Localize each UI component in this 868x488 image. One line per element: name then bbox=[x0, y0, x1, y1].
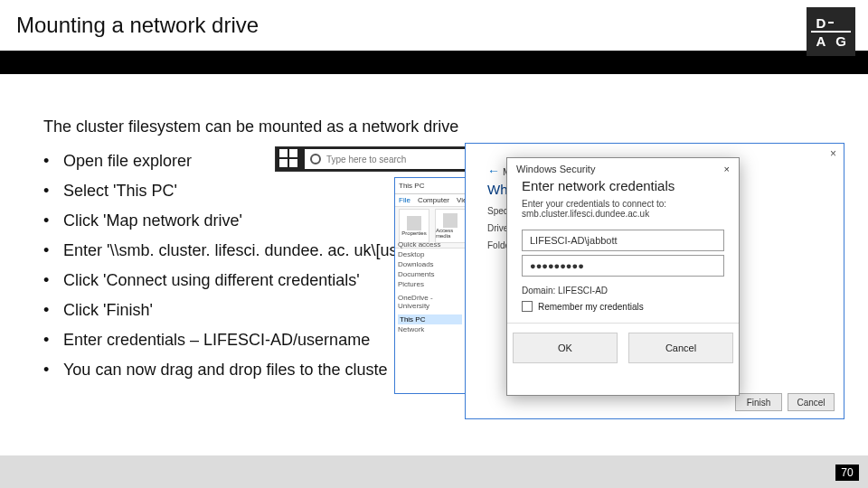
remember-label: Remember my credentials bbox=[538, 302, 644, 312]
finish-button[interactable]: Finish bbox=[735, 393, 782, 411]
close-icon[interactable]: × bbox=[724, 164, 730, 174]
domain-text: Domain: LIFESCI-AD bbox=[507, 280, 739, 297]
windows-security-dialog: Windows Security × Enter network credent… bbox=[506, 157, 740, 396]
sidebar-item[interactable]: Quick access bbox=[398, 239, 462, 249]
explorer-title: This PC bbox=[399, 182, 424, 190]
list-item: You can now drag and drop files to the c… bbox=[43, 355, 398, 385]
sidebar-item[interactable]: Pictures bbox=[398, 279, 462, 289]
sidebar-item[interactable]: Network bbox=[398, 324, 462, 334]
search-icon bbox=[310, 154, 321, 164]
list-item: Enter '\\smb. cluster. lifesci. dundee. … bbox=[43, 236, 398, 266]
dialog-heading: Enter network credentials bbox=[507, 174, 739, 193]
dag-logo: D AG bbox=[807, 7, 855, 56]
instruction-list: Open file explorer Select 'This PC' Clic… bbox=[43, 146, 398, 385]
sidebar-item[interactable]: Downloads bbox=[398, 259, 462, 269]
cancel-button[interactable]: Cancel bbox=[788, 393, 835, 411]
sidebar-item[interactable]: OneDrive - University bbox=[398, 293, 462, 311]
windows-start-icon[interactable] bbox=[279, 149, 299, 169]
list-item: Select 'This PC' bbox=[43, 176, 398, 206]
sidebar-item[interactable]: Documents bbox=[398, 269, 462, 279]
password-field[interactable]: ●●●●●●●●● bbox=[522, 255, 724, 277]
ribbon-tab[interactable]: Computer bbox=[418, 196, 449, 204]
sidebar-item[interactable]: Desktop bbox=[398, 249, 462, 259]
back-arrow-icon[interactable]: ← bbox=[487, 164, 500, 178]
page-number: 70 bbox=[835, 465, 859, 481]
dialog-subtext: Enter your credentials to connect to: sm… bbox=[507, 193, 739, 226]
ok-button[interactable]: OK bbox=[513, 333, 618, 363]
intro-text: The cluster filesystem can be mounted as… bbox=[43, 117, 458, 136]
close-icon[interactable]: × bbox=[830, 147, 836, 160]
list-item: Click 'Finish' bbox=[43, 296, 398, 325]
username-field[interactable]: LIFESCI-AD\jabbott bbox=[522, 230, 724, 251]
sidebar-item-this-pc[interactable]: This PC bbox=[398, 314, 462, 324]
list-item: Click 'Map network drive' bbox=[43, 206, 398, 236]
list-item: Click 'Connect using different credentia… bbox=[43, 266, 398, 296]
cancel-button[interactable]: Cancel bbox=[628, 333, 733, 363]
ribbon-tab[interactable]: File bbox=[399, 196, 410, 204]
dialog-title: Windows Security bbox=[516, 164, 595, 174]
slide-title: Mounting a network drive bbox=[0, 0, 868, 47]
search-placeholder: Type here to search bbox=[326, 155, 406, 164]
title-underline bbox=[0, 51, 868, 74]
remember-checkbox[interactable] bbox=[522, 301, 533, 312]
list-item: Enter credentials – LIFESCI-AD/username bbox=[43, 325, 398, 355]
explorer-sidebar: Quick access Desktop Downloads Documents… bbox=[395, 238, 466, 393]
footer-band bbox=[0, 455, 868, 488]
